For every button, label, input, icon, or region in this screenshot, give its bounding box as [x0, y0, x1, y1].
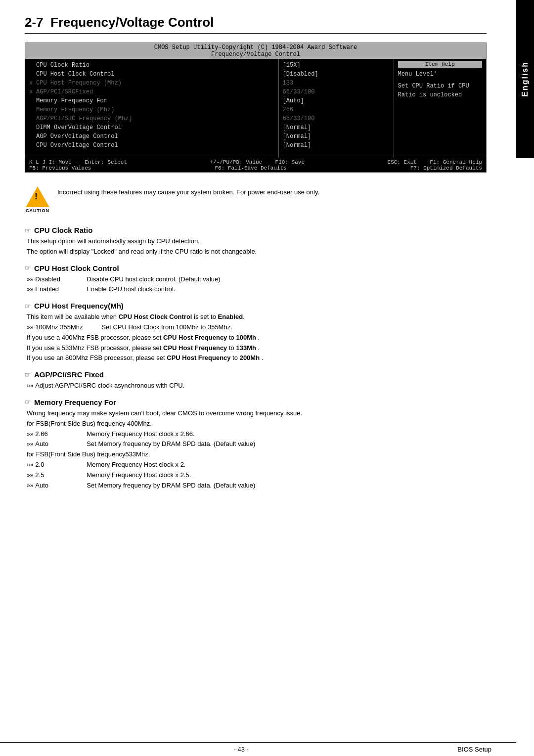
section-heading-cpu-host-frequency: CPU Host Frequency(Mh) — [25, 302, 487, 310]
bios-left-column: CPU Clock Ratio CPU Host Clock Control x… — [25, 59, 279, 158]
bios-row: AGP/PCI/SRC Frequency (Mhz) — [29, 114, 274, 123]
bios-row: xAGP/PCI/SRCFixed — [29, 88, 274, 96]
section-cpu-clock-ratio: CPU Clock Ratio This setup option will a… — [25, 226, 487, 257]
bullet-100mhz-355mhz: »» 100Mhz 355Mhz Set CPU Host Clock from… — [27, 322, 487, 333]
bios-row: xCPU Host Frequency (Mhz) — [29, 79, 274, 88]
bios-header: CMOS Setup Utility-Copyright (C) 1984-20… — [25, 43, 486, 59]
bios-row: CPU OverVoltage Control — [29, 141, 274, 150]
bullet-enabled: »» Enabled Enable CPU host clock control… — [27, 284, 487, 295]
bios-screenshot: CMOS Setup Utility-Copyright (C) 1984-20… — [25, 43, 487, 173]
bios-help-column: Item Help Menu Level' Set CPU Ratio if C… — [394, 59, 486, 158]
section-memory-frequency-for: Memory Frequency For Wrong frequency may… — [25, 398, 487, 490]
section-body-cpu-host-clock-control: »» Disabled Disable CPU host clock contr… — [27, 274, 487, 295]
bios-middle-column: [15X] [Disabled] 133 66/33/100 [Auto] 26… — [279, 59, 394, 158]
page-footer: - 43 - BIOS Setup — [0, 742, 516, 756]
footer-right: BIOS Setup — [457, 746, 491, 753]
section-heading-memory-frequency-for: Memory Frequency For — [25, 398, 487, 406]
caution-text: Incorrect using these features may cause… — [57, 186, 319, 196]
section-body-agp-pci-src-fixed: »» Adjust AGP/PCI/SRC clock asynchronous… — [27, 381, 487, 391]
bios-row: CPU Clock Ratio — [29, 61, 274, 70]
bios-row: CPU Host Clock Control — [29, 70, 274, 79]
page-title: 2-7 Frequency/Voltage Control — [25, 15, 487, 34]
caution-triangle — [26, 186, 49, 207]
bios-row: DIMM OverVoltage Control — [29, 123, 274, 132]
bullet-auto-533: »» Auto Set Memory frequency by DRAM SPD… — [27, 481, 487, 491]
bios-footer: K L J I: Move Enter: Select +/-/PU/PD: V… — [25, 158, 486, 172]
section-body-cpu-host-frequency: This item will be available when CPU Hos… — [27, 312, 487, 363]
section-cpu-host-clock-control: CPU Host Clock Control »» Disabled Disab… — [25, 264, 487, 295]
page-number: - 43 - — [234, 746, 249, 753]
section-body-cpu-clock-ratio: This setup option will automatically ass… — [27, 236, 487, 257]
english-label: English — [521, 61, 530, 97]
bullet-2-66: »» 2.66 Memory Frequency Host clock x 2.… — [27, 429, 487, 440]
bullet-auto-400: »» Auto Set Memory frequency by DRAM SPD… — [27, 439, 487, 449]
caution-box: CAUTION Incorrect using these features m… — [25, 182, 487, 216]
bullet-agp-adjust: »» Adjust AGP/PCI/SRC clock asynchronous… — [27, 381, 487, 391]
caution-icon: CAUTION — [25, 186, 50, 212]
section-body-memory-frequency-for: Wrong frequency may make system can't bo… — [27, 408, 487, 490]
bullet-2-0: »» 2.0 Memory Frequency Host clock x 2. — [27, 460, 487, 470]
bullet-disabled: »» Disabled Disable CPU host clock contr… — [27, 274, 487, 285]
section-heading-agp-pci-src-fixed: AGP/PCI/SRC Fixed — [25, 370, 487, 379]
item-help-title: Item Help — [398, 61, 482, 68]
caution-label: CAUTION — [26, 208, 49, 213]
section-heading-cpu-clock-ratio: CPU Clock Ratio — [25, 226, 487, 234]
bios-row: AGP OverVoltage Control — [29, 132, 274, 141]
section-agp-pci-src-fixed: AGP/PCI/SRC Fixed »» Adjust AGP/PCI/SRC … — [25, 370, 487, 391]
bios-row: Memory Frequency For — [29, 96, 274, 105]
english-sidebar: English — [516, 0, 534, 158]
section-heading-cpu-host-clock-control: CPU Host Clock Control — [25, 264, 487, 272]
section-cpu-host-frequency: CPU Host Frequency(Mh) This item will be… — [25, 302, 487, 363]
bullet-2-5: »» 2.5 Memory Frequency Host clock x 2.5… — [27, 470, 487, 481]
bios-row: Memory Frequency (Mhz) — [29, 105, 274, 114]
